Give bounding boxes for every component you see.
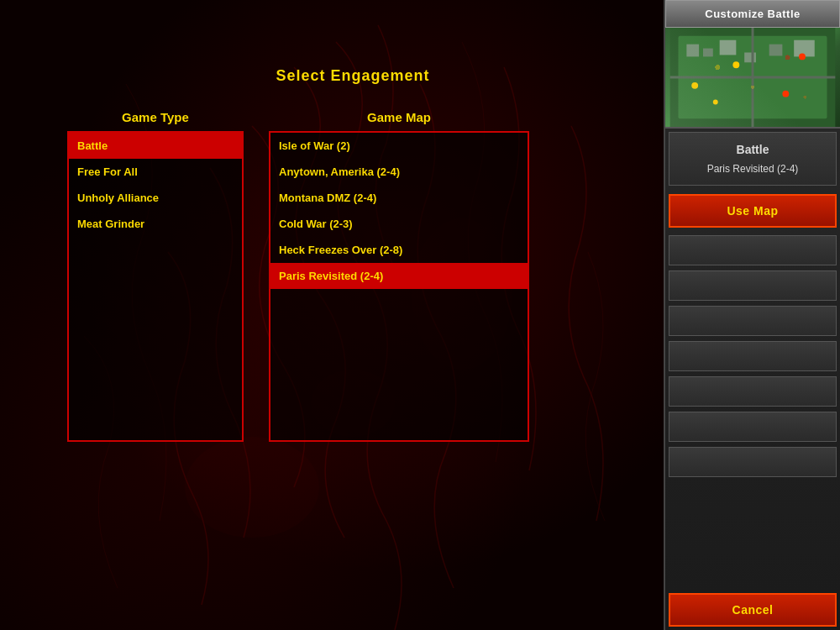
- page-title: Select Engagement: [67, 67, 638, 85]
- customize-battle-button[interactable]: Customize Battle: [665, 0, 840, 28]
- game-type-list: BattleFree For AllUnholy AllianceMeat Gr…: [67, 131, 244, 442]
- game-map-section: Game Map Isle of War (2)Anytown, Amerika…: [269, 110, 529, 442]
- use-map-button[interactable]: Use Map: [669, 194, 837, 228]
- svg-point-17: [713, 100, 718, 105]
- map-preview: [665, 28, 840, 129]
- game-map-item-4[interactable]: Heck Freezes Over (2-8): [270, 237, 528, 263]
- svg-point-15: [799, 53, 806, 60]
- lists-container: Game Type BattleFree For AllUnholy Allia…: [67, 110, 638, 442]
- svg-point-13: [691, 82, 698, 89]
- svg-point-0: [185, 437, 319, 538]
- game-map-list: Isle of War (2)Anytown, Amerika (2-4)Mon…: [269, 131, 529, 442]
- game-map-item-0[interactable]: Isle of War (2): [270, 133, 528, 159]
- empty-slot-3: [669, 306, 837, 336]
- battle-map-label: Paris Revisited (2-4): [676, 163, 829, 175]
- svg-point-14: [732, 61, 739, 68]
- svg-rect-7: [720, 40, 737, 55]
- game-map-item-1[interactable]: Anytown, Amerika (2-4): [270, 159, 528, 185]
- svg-rect-5: [686, 45, 699, 57]
- svg-rect-4: [679, 36, 827, 118]
- empty-slot-6: [669, 412, 837, 442]
- map-preview-image: [665, 28, 840, 127]
- svg-rect-6: [703, 49, 713, 57]
- game-map-item-3[interactable]: Cold War (2-3): [270, 211, 528, 237]
- game-type-item-1[interactable]: Free For All: [69, 159, 242, 185]
- game-map-header: Game Map: [269, 110, 529, 124]
- empty-slot-2: [669, 270, 837, 301]
- svg-point-16: [782, 91, 789, 97]
- battle-info-panel: Battle Paris Revisited (2-4): [669, 132, 837, 186]
- svg-rect-9: [769, 45, 783, 56]
- empty-slot-1: [669, 235, 837, 265]
- battle-type-label: Battle: [676, 143, 829, 156]
- empty-slot-7: [669, 447, 837, 477]
- map-preview-svg: [665, 28, 840, 127]
- svg-rect-10: [794, 40, 815, 57]
- game-type-section: Game Type BattleFree For AllUnholy Allia…: [67, 110, 244, 442]
- right-panel: Customize Battle: [664, 0, 840, 630]
- center-content: Select Engagement Game Type BattleFree F…: [67, 67, 638, 442]
- game-map-item-5[interactable]: Paris Revisited (2-4): [270, 263, 528, 289]
- empty-slot-4: [669, 341, 837, 371]
- game-type-item-2[interactable]: Unholy Alliance: [69, 185, 242, 211]
- game-map-item-2[interactable]: Montana DMZ (2-4): [270, 185, 528, 211]
- svg-rect-8: [744, 53, 756, 63]
- game-type-item-0[interactable]: Battle: [69, 133, 242, 159]
- svg-rect-3: [670, 28, 836, 127]
- game-type-header: Game Type: [67, 110, 244, 124]
- empty-slot-5: [669, 376, 837, 407]
- main-area: Select Engagement Game Type BattleFree F…: [0, 0, 664, 630]
- game-type-item-3[interactable]: Meat Grinder: [69, 211, 242, 237]
- cancel-button[interactable]: Cancel: [669, 593, 837, 627]
